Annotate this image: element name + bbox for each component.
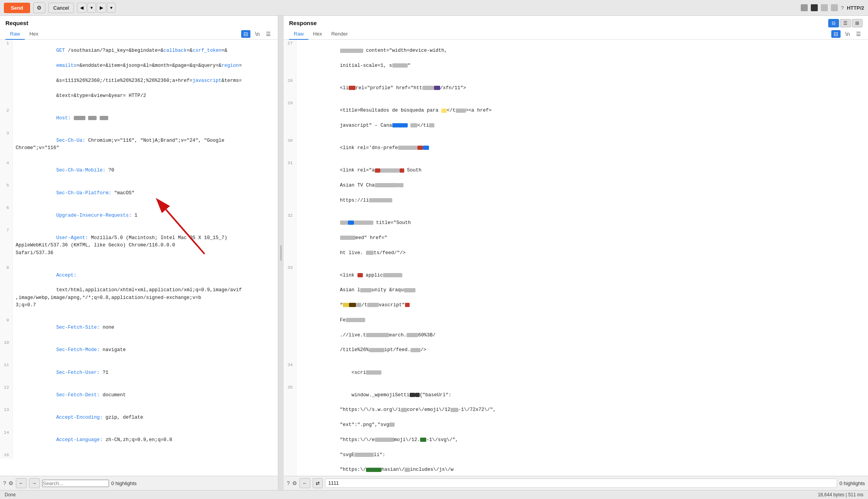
table-row: 33 <link applic Asian lunity &raqu “/tva… [284,264,868,362]
table-row: 35 window._wpemojiSetti{"baseUrl": "http… [284,384,868,476]
panel-divider[interactable] [278,16,284,490]
tab-response-render[interactable]: Render [327,29,352,40]
status-done: Done [5,492,16,497]
table-row: 12 Sec-Fetch-Dest: document [0,384,278,406]
keyword: callback [163,48,187,53]
line-number: 12 [0,384,12,406]
line-content: Sec-Ch-Ua: Chromium;v="116", "Not)A;Bran… [12,130,278,160]
tab-request-raw[interactable]: Raw [5,29,25,40]
response-swap-icon[interactable]: ⇄ [313,478,323,488]
line-content: window._wpemojiSetti{"baseUrl": "https:\… [296,384,868,476]
line-number: 1 [0,40,12,107]
line-content: GET /southasian/?api_key=&begindate=&cal… [12,40,278,107]
keyword: Sec-Ch-Ua: [56,138,85,143]
back-button[interactable]: ◀ [77,3,87,13]
request-tab-icons: ⊟ \n ☰ [241,30,272,38]
table-row: 14 Accept-Language: zh-CN,zh;q=0.9,en;q=… [0,429,278,451]
line-number: 27 [284,40,296,77]
table-row: 30 <link rel='dns-prefe [284,137,868,160]
line-content: Host: [12,107,278,129]
table-row: 11 Sec-Fetch-User: ?1 [0,362,278,384]
line-number: 8 [0,264,12,317]
line-number: 4 [0,160,12,182]
line-content: Sec-Fetch-Site: none [12,317,278,339]
divider-handle [280,245,282,261]
response-code-table: 27 content="width=device-width, initial-… [284,40,868,476]
table-row: 34 <scri [284,362,868,384]
line-content: User-Agent: Mozilla/5.0 (Macintosh; Inte… [12,227,278,264]
request-help-icon[interactable]: ? [3,480,6,486]
cancel-button[interactable]: Cancel [48,3,74,13]
response-settings-icon[interactable]: ⚙ [292,480,297,486]
request-back-icon[interactable]: ← [16,478,27,488]
keyword: Sec-Fetch-Dest: [56,392,100,398]
response-back-icon[interactable]: ← [300,478,310,488]
tab-response-hex[interactable]: Hex [308,29,327,40]
line-number: 16 [0,451,12,459]
request-settings-icon[interactable]: ⚙ [9,480,14,486]
response-panel: Response ⊟ ☰ ⊞ Raw Hex Render ⊟ \n ☰ 27 [284,16,868,490]
line-content: Sec-Fetch-User: ?1 [12,362,278,384]
table-row: 27 content="width=device-width, initial-… [284,40,868,77]
response-copy-icon[interactable]: ⊟ [831,30,841,38]
line-content [12,451,278,459]
request-search-input[interactable] [42,480,109,487]
response-help-icon[interactable]: ? [287,480,290,486]
line-content: Accept: text/html,application/xhtml+xml,… [12,264,278,317]
back-dropdown[interactable]: ▾ [87,3,96,13]
response-title: Response [289,18,317,28]
forward-dropdown[interactable]: ▾ [107,3,116,13]
request-wrap-icon[interactable]: \n [254,30,261,38]
forward-button[interactable]: ▶ [97,3,106,13]
line-content: content="width=device-width, initial-sca… [296,40,868,77]
file-info: 18,644 bytes | 511 ms [818,492,863,497]
line-number: 28 [284,77,296,100]
line-number: 2 [0,107,12,129]
request-tabs: Raw Hex ⊟ \n ☰ [0,29,278,40]
line-number: 29 [284,100,296,137]
response-menu-icon[interactable]: ☰ [854,30,863,38]
request-menu-icon[interactable]: ☰ [264,30,272,38]
response-code-area[interactable]: 27 content="width=device-width, initial-… [284,40,868,476]
main-toolbar: Send ⚙ Cancel ◀ ▾ ▶ ▾ ? HTTP/2 [0,0,868,16]
table-row: 28 <lirel="profile" href="htt/xfn/11"> [284,77,868,100]
line-number: 34 [284,362,296,384]
line-number: 7 [0,227,12,264]
line-number: 6 [0,204,12,227]
view-list-button[interactable]: ☰ [840,19,851,27]
line-number: 10 [0,339,12,362]
toolbar-right: ? HTTP/2 [801,4,864,11]
line-number: 35 [284,384,296,476]
back-forward-group: ◀ ▾ ▶ ▾ [77,3,116,13]
view-grid-button[interactable]: ⊞ [852,19,863,27]
table-row: 9 Sec-Fetch-Site: none [0,317,278,339]
request-highlight-count: 0 highlights [111,480,137,486]
keyword: Upgrade-Insecure-Requests: [56,213,132,218]
keyword: User-Agent: [56,235,89,241]
keyword: Sec-Ch-Ua-Mobile: [56,168,106,173]
settings-button[interactable]: ⚙ [33,2,45,13]
send-button[interactable]: Send [4,3,30,13]
view-split-button[interactable]: ⊟ [828,19,839,27]
tab-response-raw[interactable]: Raw [289,29,308,40]
request-copy-icon[interactable]: ⊟ [241,30,250,38]
request-forward-icon[interactable]: → [29,478,40,488]
table-row: 6 Upgrade-Insecure-Requests: 1 [0,204,278,227]
line-content: <link applic Asian lunity &raqu “/tvascr… [296,264,868,362]
line-number: 32 [284,212,296,265]
response-search-input[interactable] [325,479,837,488]
table-row: 1 GET /southasian/?api_key=&begindate=&c… [0,40,278,107]
request-code-area[interactable]: 1 GET /southasian/?api_key=&begindate=&c… [0,40,278,476]
keyword: Sec-Ch-Ua-Platform: [56,190,112,196]
table-row: 2 Host: [0,107,278,129]
toolbar-icon-3 [821,4,828,11]
status-bar: Done 18,644 bytes | 511 ms [0,490,868,499]
line-number: 5 [0,182,12,204]
table-row: 10 Sec-Fetch-Mode: navigate [0,339,278,362]
line-number: 14 [0,429,12,451]
table-row: 8 Accept: text/html,application/xhtml+xm… [0,264,278,317]
tab-request-hex[interactable]: Hex [25,29,43,40]
response-wrap-icon[interactable]: \n [844,30,851,38]
line-number: 9 [0,317,12,339]
table-row: 29 <title>Resultados de búsqueda para </… [284,100,868,137]
